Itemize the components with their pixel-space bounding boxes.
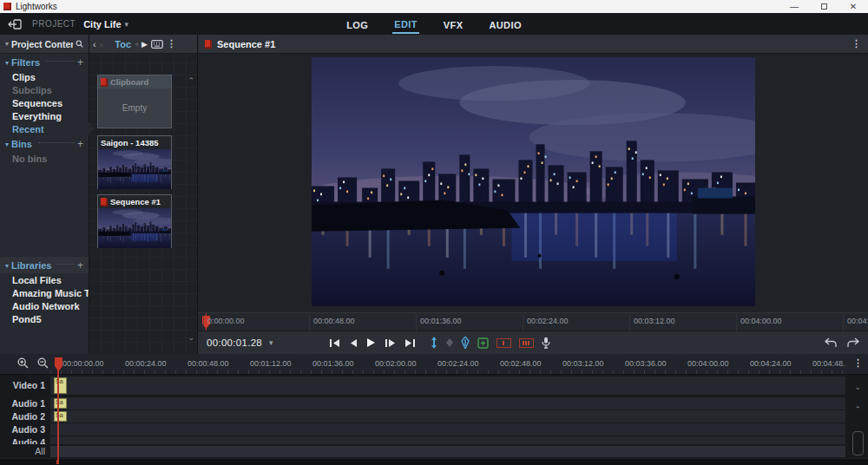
- window-title: Lightworks: [16, 2, 57, 11]
- track-lane[interactable]: [50, 423, 845, 436]
- sequence-icon: [205, 40, 212, 49]
- play-button[interactable]: [366, 337, 376, 348]
- maximize-button[interactable]: [809, 0, 838, 13]
- viewer-ruler[interactable]: 0:00:00.00 00:00:48.00 00:01:36.00 00:02…: [198, 312, 868, 331]
- track-label[interactable]: All: [0, 446, 45, 456]
- voiceover-mic-icon[interactable]: [542, 337, 550, 349]
- close-button[interactable]: ✕: [838, 0, 868, 13]
- redo-icon[interactable]: [847, 337, 859, 348]
- track-label[interactable]: Audio 1: [0, 398, 45, 409]
- add-filter-icon[interactable]: +: [77, 56, 83, 69]
- filters-section-header[interactable]: ▾ Filters +: [0, 54, 89, 70]
- bin-prev-icon[interactable]: ◂: [135, 40, 138, 48]
- bins-collapse-icon[interactable]: ▾: [5, 141, 9, 148]
- library-item-pond5[interactable]: Pond5: [12, 312, 89, 325]
- add-marker-icon[interactable]: [477, 337, 489, 349]
- step-forward-button[interactable]: [385, 338, 396, 348]
- timecode-caret-icon[interactable]: ▾: [269, 338, 273, 347]
- timeline-tick: 00:04:24.00: [750, 359, 792, 368]
- timeline-ruler[interactable]: 00:00:00.00 00:00:24.00 00:00:48.00 00:0…: [0, 354, 868, 375]
- ruler-tick: 00:00:48.00: [313, 317, 355, 325]
- replace-section-icon[interactable]: [519, 338, 534, 348]
- tab-vfx[interactable]: VFX: [442, 16, 465, 33]
- zoom-in-icon[interactable]: [17, 357, 29, 369]
- library-item-local-files[interactable]: Local Files: [12, 273, 89, 286]
- add-library-icon[interactable]: +: [77, 259, 83, 272]
- sequence-icon: [101, 198, 108, 206]
- filter-item-recent[interactable]: Recent: [12, 122, 89, 135]
- filters-collapse-icon[interactable]: ▾: [5, 59, 9, 67]
- track-lane[interactable]: Sa: [50, 410, 845, 422]
- video-frame[interactable]: [312, 57, 755, 306]
- timeline-tick: 00:02:00.00: [375, 359, 417, 368]
- filter-item-clips[interactable]: Clips: [12, 70, 89, 83]
- filter-item-everything[interactable]: Everything: [12, 109, 89, 122]
- timeline-scrollbar: ⌄ ⌃ ⌄: [845, 376, 868, 458]
- remove-section-icon[interactable]: [496, 338, 511, 348]
- timeline-tick: 00:04:48.: [812, 359, 845, 368]
- track-label[interactable]: Audio 4: [0, 437, 45, 444]
- audio-clip[interactable]: Sa: [54, 398, 67, 409]
- collapse-icon[interactable]: ▾: [5, 40, 9, 48]
- undo-icon[interactable]: [825, 337, 837, 348]
- go-to-end-button[interactable]: [404, 338, 416, 348]
- bins-title: Bins: [11, 139, 32, 149]
- search-icon[interactable]: [76, 39, 83, 49]
- panel-title: Project Contents: [11, 39, 73, 49]
- clipboard-tile[interactable]: Clipboard Empty: [97, 75, 172, 128]
- scroll-up-icon[interactable]: ⌃: [854, 405, 861, 414]
- add-bin-icon[interactable]: +: [77, 138, 83, 150]
- video-clip[interactable]: Sa: [54, 377, 67, 394]
- bin-nav-title[interactable]: Toc: [115, 39, 131, 49]
- minimize-button[interactable]: —: [779, 0, 809, 13]
- filter-item-subclips[interactable]: Subclips: [12, 83, 89, 96]
- library-item-audio-network[interactable]: Audio Network: [12, 299, 89, 312]
- panel-notch: [89, 122, 95, 134]
- bins-section-header[interactable]: ▾ Bins +: [0, 135, 89, 152]
- mode-tabs: LOG EDIT VFX AUDIO: [0, 13, 868, 35]
- go-to-start-button[interactable]: [329, 338, 340, 348]
- audio-clip[interactable]: Sa: [54, 411, 67, 422]
- project-contents-header[interactable]: ▾ Project Contents: [0, 35, 89, 54]
- bin-panel: ‹ › Toc ◂ ▶ ⋮ Clipboard Empty Saigon - 1…: [89, 35, 198, 354]
- track-label[interactable]: Video 1: [0, 380, 45, 390]
- step-back-button[interactable]: [349, 338, 358, 348]
- timeline-playhead-line[interactable]: [57, 361, 59, 463]
- project-contents-panel: ▾ Project Contents ▾ Filters + Clips Sub…: [0, 35, 89, 354]
- bin-menu-icon[interactable]: ⋮: [167, 38, 176, 49]
- track-lane[interactable]: Sa: [50, 397, 845, 409]
- track-label[interactable]: Audio 3: [0, 424, 45, 435]
- clip-thumbnail: [98, 149, 171, 189]
- library-item-amazing-music[interactable]: Amazing Music Track: [12, 286, 89, 299]
- cue-marker-icon[interactable]: [446, 338, 453, 347]
- tab-edit[interactable]: EDIT: [392, 15, 419, 34]
- libraries-section-header[interactable]: ▾ Libraries +: [0, 257, 89, 273]
- bin-scroll-down-icon[interactable]: ⌄: [187, 333, 194, 342]
- bin-forward-icon[interactable]: ›: [100, 39, 103, 49]
- tile-view-icon[interactable]: [151, 40, 163, 49]
- collapse-tracks-icon[interactable]: ⌄: [854, 383, 861, 391]
- clipboard-icon: [101, 78, 108, 87]
- bin-play-icon[interactable]: ▶: [141, 40, 148, 49]
- clip-tile-saigon[interactable]: Saigon - 14385: [97, 135, 172, 189]
- timeline-tick: 00:02:24.00: [437, 359, 479, 368]
- tab-audio[interactable]: AUDIO: [487, 16, 523, 33]
- track-label[interactable]: Audio 2: [0, 411, 45, 422]
- all-track-lane[interactable]: [50, 446, 845, 457]
- libraries-collapse-icon[interactable]: ▾: [5, 262, 9, 270]
- bin-scroll-up-icon[interactable]: ⌃: [187, 76, 194, 85]
- tab-log[interactable]: LOG: [345, 16, 370, 33]
- timeline-menu-icon[interactable]: ⋮: [853, 357, 863, 369]
- filter-item-sequences[interactable]: Sequences: [12, 96, 89, 109]
- scrollbar-thumb[interactable]: [852, 431, 864, 455]
- track-lane[interactable]: Sa: [50, 377, 845, 395]
- track-lane[interactable]: [50, 436, 845, 444]
- clip-tile-header: Saigon - 14385: [98, 136, 171, 149]
- viewer-menu-icon[interactable]: ⋮: [852, 38, 861, 49]
- current-timecode[interactable]: 00:00:01.28: [207, 337, 262, 348]
- sequence-tile[interactable]: Sequence #1: [97, 194, 172, 248]
- zoom-out-icon[interactable]: [37, 357, 49, 369]
- mark-in-icon[interactable]: [430, 337, 438, 349]
- bin-back-icon[interactable]: ‹: [93, 39, 96, 49]
- mark-out-icon[interactable]: [461, 337, 470, 349]
